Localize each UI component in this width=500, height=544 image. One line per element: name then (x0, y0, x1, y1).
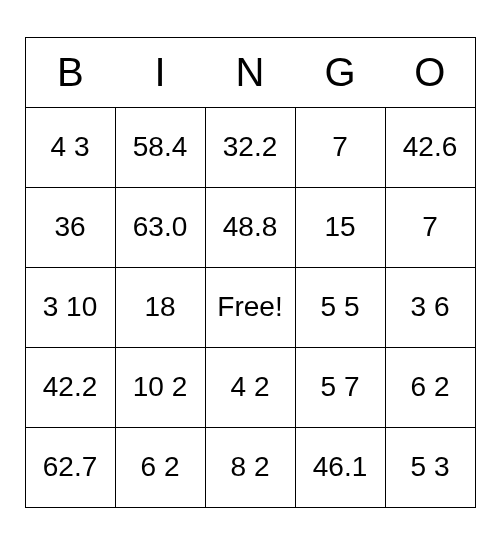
bingo-free-cell: Free! (205, 267, 295, 347)
bingo-cell: 5 7 (295, 347, 385, 427)
bingo-cell: 5 5 (295, 267, 385, 347)
header-g: G (295, 37, 385, 107)
bingo-cell: 63.0 (115, 187, 205, 267)
bingo-cell: 32.2 (205, 107, 295, 187)
bingo-cell: 42.2 (25, 347, 115, 427)
header-i: I (115, 37, 205, 107)
bingo-cell: 7 (295, 107, 385, 187)
header-o: O (385, 37, 475, 107)
bingo-row: 42.2 10 2 4 2 5 7 6 2 (25, 347, 475, 427)
bingo-card: B I N G O 4 3 58.4 32.2 7 42.6 36 63.0 4… (25, 37, 476, 508)
bingo-row: 62.7 6 2 8 2 46.1 5 3 (25, 427, 475, 507)
bingo-cell: 8 2 (205, 427, 295, 507)
bingo-cell: 6 2 (115, 427, 205, 507)
bingo-cell: 7 (385, 187, 475, 267)
bingo-cell: 15 (295, 187, 385, 267)
bingo-cell: 48.8 (205, 187, 295, 267)
bingo-row: 4 3 58.4 32.2 7 42.6 (25, 107, 475, 187)
bingo-row: 3 10 18 Free! 5 5 3 6 (25, 267, 475, 347)
bingo-cell: 18 (115, 267, 205, 347)
bingo-cell: 58.4 (115, 107, 205, 187)
bingo-header-row: B I N G O (25, 37, 475, 107)
bingo-cell: 6 2 (385, 347, 475, 427)
bingo-cell: 62.7 (25, 427, 115, 507)
bingo-cell: 3 10 (25, 267, 115, 347)
bingo-row: 36 63.0 48.8 15 7 (25, 187, 475, 267)
header-n: N (205, 37, 295, 107)
bingo-cell: 36 (25, 187, 115, 267)
bingo-cell: 46.1 (295, 427, 385, 507)
bingo-cell: 42.6 (385, 107, 475, 187)
bingo-cell: 3 6 (385, 267, 475, 347)
bingo-cell: 5 3 (385, 427, 475, 507)
header-b: B (25, 37, 115, 107)
bingo-cell: 4 2 (205, 347, 295, 427)
bingo-cell: 4 3 (25, 107, 115, 187)
bingo-cell: 10 2 (115, 347, 205, 427)
